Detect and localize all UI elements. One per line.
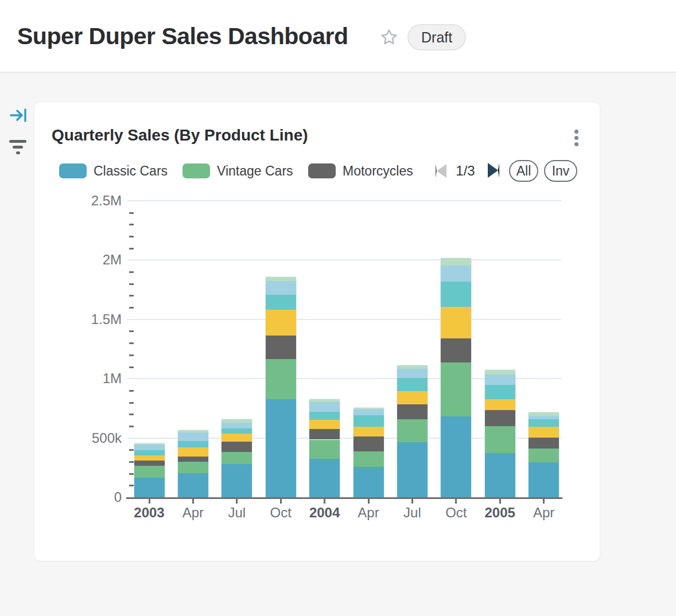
bar-segment[interactable] [222, 464, 252, 497]
bar-segment[interactable] [222, 442, 252, 452]
bar-segment[interactable] [485, 399, 515, 410]
bar-segment[interactable] [397, 391, 428, 404]
bar-segment[interactable] [222, 419, 252, 422]
bar-segment[interactable] [529, 438, 559, 449]
y-axis-tick-label: 500k [81, 430, 122, 446]
bar-segment[interactable] [266, 310, 296, 336]
bar-segment[interactable] [397, 365, 428, 369]
y-axis-tick-label: 1M [81, 371, 122, 387]
y-axis-minor-tick [129, 402, 134, 404]
gridline [127, 319, 561, 320]
y-axis-minor-tick [129, 248, 134, 249]
bar-segment[interactable] [353, 410, 384, 415]
bar-segment[interactable] [309, 440, 340, 459]
bar-apr-1[interactable] [178, 430, 208, 497]
filter-button[interactable] [7, 138, 29, 158]
bar-segment[interactable] [178, 432, 208, 441]
bar-2005-8[interactable] [485, 370, 515, 497]
bar-segment[interactable] [441, 282, 471, 307]
bar-segment[interactable] [397, 419, 428, 443]
bar-jul-6[interactable] [397, 365, 428, 497]
bar-segment[interactable] [441, 416, 471, 497]
bar-segment[interactable] [309, 399, 340, 402]
bar-segment[interactable] [222, 423, 252, 429]
bar-segment[interactable] [441, 362, 471, 416]
bar-segment[interactable] [529, 419, 559, 427]
bar-2004-4[interactable] [309, 399, 340, 497]
bar-segment[interactable] [266, 359, 296, 399]
bar-segment[interactable] [266, 277, 296, 281]
y-axis-minor-tick [129, 342, 134, 344]
bar-segment[interactable] [134, 445, 165, 450]
bar-segment[interactable] [485, 385, 515, 399]
star-icon[interactable] [379, 28, 399, 48]
y-axis-minor-tick [129, 426, 134, 427]
bar-segment[interactable] [178, 447, 208, 457]
bar-segment[interactable] [353, 467, 384, 497]
bar-segment[interactable] [134, 478, 165, 497]
bar-segment[interactable] [266, 281, 296, 295]
bar-apr-5[interactable] [353, 408, 384, 497]
bar-segment[interactable] [134, 455, 165, 461]
bar-segment[interactable] [178, 473, 208, 497]
gridline [127, 259, 561, 260]
bar-segment[interactable] [529, 416, 559, 419]
bar-segment[interactable] [485, 453, 515, 497]
bar-segment[interactable] [266, 336, 296, 359]
bar-2003-0[interactable] [134, 443, 165, 497]
bar-apr-9[interactable] [529, 412, 559, 497]
x-axis-tick [236, 499, 238, 504]
bar-segment[interactable] [134, 443, 165, 445]
bar-segment[interactable] [309, 429, 340, 439]
bar-segment[interactable] [441, 258, 471, 266]
collapse-panel-button[interactable] [8, 107, 29, 125]
bar-segment[interactable] [134, 466, 165, 478]
y-axis-tick-label: 1.5M [81, 311, 122, 328]
status-badge: Draft [407, 24, 466, 50]
bar-segment[interactable] [309, 412, 340, 420]
bar-segment[interactable] [485, 375, 515, 385]
bar-segment[interactable] [397, 442, 428, 497]
bar-segment[interactable] [222, 428, 252, 433]
bar-segment[interactable] [222, 434, 252, 442]
bar-segment[interactable] [529, 462, 559, 497]
bar-segment[interactable] [485, 370, 515, 374]
bar-segment[interactable] [178, 462, 208, 473]
gridline [127, 200, 561, 201]
bar-jul-2[interactable] [222, 419, 252, 497]
y-axis-minor-tick [129, 414, 134, 415]
bar-segment[interactable] [309, 459, 340, 497]
bar-oct-7[interactable] [441, 258, 471, 497]
x-axis-tick [149, 499, 150, 504]
bar-segment[interactable] [397, 404, 428, 419]
x-axis-line [126, 497, 562, 499]
bar-segment[interactable] [178, 441, 208, 447]
bar-oct-3[interactable] [266, 277, 296, 497]
bar-segment[interactable] [441, 266, 471, 282]
bar-segment[interactable] [134, 450, 165, 455]
bar-segment[interactable] [353, 451, 384, 467]
y-axis-minor-tick [129, 236, 134, 237]
bar-segment[interactable] [397, 369, 428, 378]
bar-segment[interactable] [266, 399, 296, 497]
bar-segment[interactable] [178, 457, 208, 462]
bar-segment[interactable] [178, 430, 208, 432]
bar-segment[interactable] [529, 427, 559, 438]
bar-segment[interactable] [529, 449, 559, 462]
bar-segment[interactable] [441, 307, 471, 338]
bar-segment[interactable] [266, 295, 296, 310]
bar-segment[interactable] [353, 408, 384, 410]
bar-segment[interactable] [353, 415, 384, 427]
x-axis-tick [455, 499, 457, 504]
bar-segment[interactable] [353, 436, 384, 452]
bar-segment[interactable] [309, 402, 340, 412]
bar-segment[interactable] [353, 427, 384, 436]
bar-segment[interactable] [441, 338, 471, 362]
bar-segment[interactable] [134, 461, 165, 466]
bar-segment[interactable] [309, 420, 340, 429]
bar-segment[interactable] [485, 410, 515, 426]
bar-segment[interactable] [485, 426, 515, 454]
bar-segment[interactable] [222, 452, 252, 464]
bar-segment[interactable] [529, 412, 559, 416]
bar-segment[interactable] [397, 378, 428, 391]
